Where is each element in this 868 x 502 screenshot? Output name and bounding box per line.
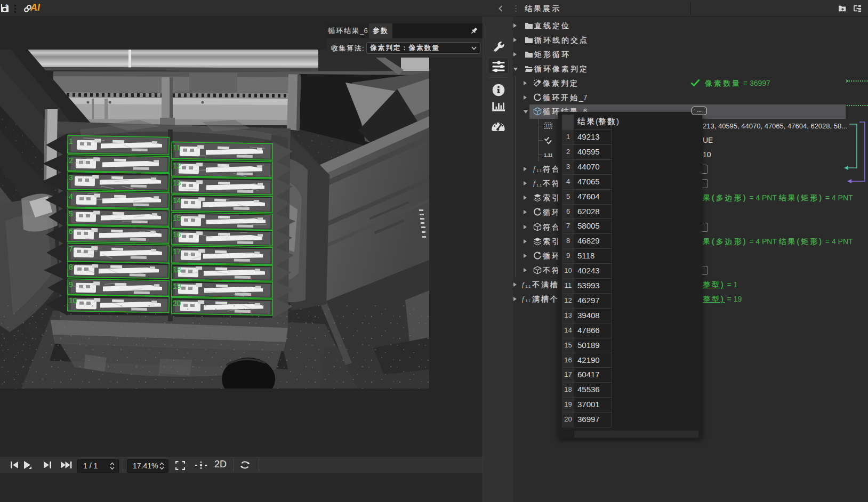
svg-text:10: 10 — [69, 296, 77, 305]
svg-text:4: 4 — [69, 192, 73, 201]
svg-text:18: 18 — [173, 265, 181, 274]
svg-text:1.11: 1.11 — [537, 183, 542, 187]
svg-text:?: ? — [539, 79, 541, 84]
svg-text:f: f — [522, 295, 525, 303]
svg-text:f: f — [522, 280, 525, 288]
svg-text:6: 6 — [69, 227, 73, 236]
svg-text:1.11: 1.11 — [526, 299, 531, 303]
svg-text:19: 19 — [173, 282, 181, 290]
svg-text:9: 9 — [69, 280, 73, 289]
svg-text:13: 13 — [173, 179, 181, 187]
svg-text:12: 12 — [173, 161, 181, 170]
svg-text:8: 8 — [69, 263, 73, 271]
svg-text:7: 7 — [69, 245, 73, 253]
svg-text:5: 5 — [69, 209, 73, 218]
svg-text:11: 11 — [173, 143, 181, 152]
svg-text:1.11: 1.11 — [526, 285, 531, 288]
svg-text:f: f — [533, 165, 536, 173]
svg-text:17: 17 — [173, 247, 181, 256]
svg-text:111: 111 — [545, 123, 552, 128]
svg-text:3: 3 — [69, 173, 73, 182]
svg-text:15: 15 — [173, 214, 181, 222]
svg-text:1: 1 — [69, 137, 73, 145]
svg-text:20: 20 — [173, 299, 181, 307]
svg-text:14: 14 — [173, 196, 181, 205]
svg-text:1.11: 1.11 — [544, 152, 552, 158]
svg-text:16: 16 — [173, 230, 181, 239]
svg-text:f: f — [533, 179, 536, 187]
svg-text:2: 2 — [69, 156, 73, 165]
svg-text:1.11: 1.11 — [537, 169, 542, 173]
